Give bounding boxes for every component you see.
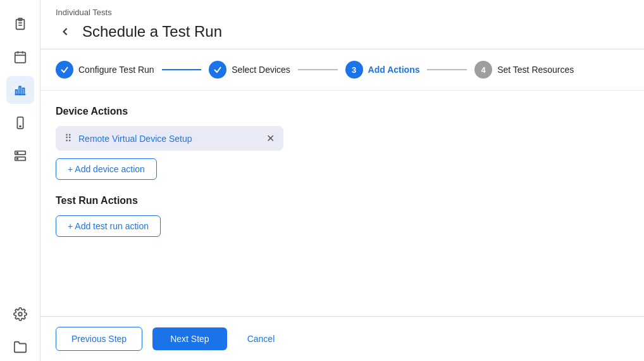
svg-point-17 [16, 158, 18, 160]
drag-handle-icon[interactable]: ⠿ [65, 132, 72, 144]
sidebar-item-folder[interactable] [6, 333, 34, 361]
back-arrow-icon [59, 25, 71, 38]
step-2-label: Select Devices [232, 65, 290, 75]
page-title: Schedule a Test Run [82, 23, 222, 41]
step-1-circle [56, 61, 73, 79]
folder-icon [13, 340, 27, 354]
test-run-actions-section: Test Run Actions + Add test run action [56, 195, 629, 237]
title-row: Schedule a Test Run [56, 22, 629, 49]
clipboard-icon [13, 17, 27, 31]
step-3-number: 3 [352, 65, 356, 75]
chip-close-button[interactable]: ✕ [266, 134, 275, 144]
step-4-number: 4 [481, 65, 486, 75]
cancel-button[interactable]: Cancel [237, 327, 285, 350]
settings-icon [13, 307, 27, 321]
connector-1 [162, 69, 202, 70]
svg-point-18 [18, 312, 22, 316]
server-icon [13, 149, 27, 163]
device-actions-section: Device Actions ⠿ Remote Virtual Device S… [56, 106, 629, 180]
step-3-label: Add Actions [368, 65, 420, 75]
previous-step-button[interactable]: Previous Step [56, 327, 142, 351]
connector-2 [298, 69, 338, 70]
check-icon [60, 65, 69, 74]
chip-label: Remote Virtual Device Setup [78, 134, 260, 144]
step-3-circle: 3 [345, 61, 363, 79]
sidebar-item-settings[interactable] [6, 300, 34, 328]
device-icon [13, 116, 27, 130]
sidebar-item-clipboard[interactable] [6, 10, 34, 38]
step-select-devices: Select Devices [209, 61, 290, 79]
step-add-actions: 3 Add Actions [345, 61, 420, 79]
device-action-chip: ⠿ Remote Virtual Device Setup ✕ [56, 126, 283, 151]
step-configure: Configure Test Run [56, 61, 154, 79]
svg-point-16 [16, 153, 18, 154]
svg-rect-11 [22, 88, 24, 94]
content-area: Device Actions ⠿ Remote Virtual Device S… [40, 91, 644, 316]
step-4-circle: 4 [474, 61, 492, 79]
footer: Previous Step Next Step Cancel [40, 316, 644, 361]
svg-rect-4 [15, 53, 25, 63]
svg-rect-10 [19, 87, 21, 95]
step-1-label: Configure Test Run [78, 65, 154, 75]
svg-point-13 [20, 126, 21, 127]
breadcrumb: Individual Tests [56, 8, 629, 17]
header: Individual Tests Schedule a Test Run [40, 0, 644, 49]
add-test-run-action-button[interactable]: + Add test run action [56, 215, 161, 237]
calendar-icon [13, 50, 27, 64]
check-icon-2 [213, 65, 222, 74]
step-4-label: Set Test Resources [497, 65, 574, 75]
device-actions-title: Device Actions [56, 106, 629, 117]
test-run-actions-title: Test Run Actions [56, 195, 629, 206]
step-set-resources: 4 Set Test Resources [474, 61, 574, 79]
chart-icon [13, 83, 27, 97]
sidebar-item-device[interactable] [6, 109, 34, 137]
back-button[interactable] [56, 22, 75, 41]
step-2-circle [209, 61, 226, 79]
sidebar [0, 0, 40, 361]
connector-3 [427, 69, 467, 70]
sidebar-item-server[interactable] [6, 142, 34, 170]
sidebar-item-chart[interactable] [6, 76, 34, 104]
add-device-action-button[interactable]: + Add device action [56, 158, 157, 180]
svg-rect-9 [15, 90, 17, 94]
main-content: Individual Tests Schedule a Test Run Con… [40, 0, 644, 361]
next-step-button[interactable]: Next Step [152, 327, 226, 350]
stepper: Configure Test Run Select Devices 3 Add … [40, 49, 644, 91]
sidebar-item-calendar[interactable] [6, 43, 34, 71]
